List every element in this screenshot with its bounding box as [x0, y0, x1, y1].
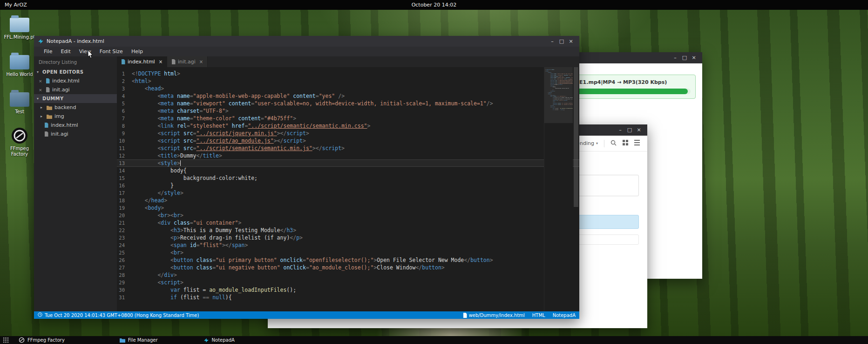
statusbar-item[interactable]: HTML	[532, 313, 545, 318]
window-controls: – □ ×	[671, 53, 698, 63]
file-icon	[171, 59, 176, 64]
folder-icon	[47, 105, 52, 110]
menu-view[interactable]: View	[75, 47, 95, 56]
statusbar-item[interactable]: web/Dummy/index.html	[463, 313, 525, 318]
tab-init-agi[interactable]: init.agi×	[167, 56, 208, 67]
folder-icon	[47, 114, 52, 119]
code-line: 23 <p>Received drag-in filelist (if any)…	[117, 234, 579, 241]
chevron-down-icon: ▾	[596, 141, 598, 145]
desktop-icon-ffmpeg-factory[interactable]: FFmpeg Factory	[3, 127, 36, 157]
tree-item-index-html[interactable]: index.html	[34, 121, 117, 130]
list-view-button[interactable]	[634, 140, 640, 147]
code-line: 17 </style>	[117, 189, 579, 197]
line-number: 17	[117, 189, 132, 197]
statusbar-right: web/Dummy/index.htmlHTMLNotepadA	[463, 313, 576, 318]
maximize-button[interactable]: □	[557, 36, 566, 47]
line-content: <html>	[132, 77, 151, 85]
code-line: 29 <script>	[117, 279, 579, 286]
folder-icon	[10, 92, 29, 107]
file-icon	[121, 59, 125, 64]
taskbar-item-label: FFmpeg Factory	[27, 337, 65, 343]
line-content: <script src="../script/ao_module.js"></s…	[132, 137, 306, 144]
ffmpeg-icon	[19, 337, 25, 343]
clock-icon	[38, 312, 42, 318]
file-name: img	[54, 113, 64, 119]
line-number: 9	[117, 130, 132, 137]
close-tab-icon[interactable]: ×	[159, 59, 163, 64]
close-button[interactable]: ×	[689, 53, 698, 63]
open-editor-init-agi[interactable]: ×init.agi	[34, 85, 117, 94]
maximize-button[interactable]: □	[680, 53, 689, 63]
menu-font-size[interactable]: Font Size	[95, 47, 127, 56]
code-line: 19 <body>	[117, 204, 579, 212]
folder-icon	[10, 55, 29, 69]
line-content: </style>	[132, 189, 183, 197]
line-number: 20	[117, 212, 132, 219]
dummy-folder-section[interactable]: ▾ DUMMY	[34, 94, 117, 103]
code-line: 7 <meta name="theme-color" content="#4b7…	[117, 115, 579, 122]
line-number: 6	[117, 107, 132, 115]
line-number: 12	[117, 152, 132, 159]
line-number: 26	[117, 256, 132, 264]
line-content: }	[132, 182, 174, 189]
code-line: 6 <meta charset="UTF-8">	[117, 107, 579, 115]
desktop-icon-label: FFL.Mining.pt	[3, 34, 36, 40]
scrollbar-thumb[interactable]	[574, 67, 578, 207]
code-line: 9 <script src="../script/jquery.min.js">…	[117, 130, 579, 137]
file-name: init.agi	[51, 131, 68, 137]
search-button[interactable]	[610, 140, 617, 147]
open-editor-index-html[interactable]: ×index.html	[34, 76, 117, 85]
taskbar-item-file-manager[interactable]: File Manager	[120, 337, 158, 343]
line-content: background-color:white;	[132, 174, 258, 182]
taskbar-item-ffmpeg-factory[interactable]: FFmpeg Factory	[19, 337, 65, 343]
line-content: <body>	[132, 204, 164, 212]
menu-help[interactable]: Help	[127, 47, 147, 56]
line-number: 4	[117, 92, 132, 100]
minimap-slider[interactable]	[544, 67, 573, 123]
window-controls: – □ ×	[548, 36, 576, 47]
statusbar-item[interactable]: NotepadA	[553, 313, 576, 318]
dummy-folder-label: DUMMY	[42, 96, 64, 101]
close-tab-icon[interactable]: ×	[199, 59, 203, 64]
close-button[interactable]: ×	[566, 36, 576, 47]
close-button[interactable]: ×	[634, 125, 644, 135]
line-content: <span id="flist"></span>	[132, 241, 248, 249]
line-content: </div>	[132, 271, 177, 279]
minimize-button[interactable]: –	[671, 53, 680, 63]
vertical-scrollbar[interactable]	[573, 67, 579, 311]
code-editor[interactable]: 1<!DOCTYPE html>2<html>3 <head>4 <meta n…	[117, 67, 579, 311]
grid-view-button[interactable]	[623, 140, 628, 147]
taskbar-item-notepada[interactable]: NotepadA	[203, 337, 235, 343]
notepada-logo-icon	[38, 38, 44, 44]
toolbar-divider	[604, 140, 604, 147]
line-content: <meta name="theme-color" content="#4b75f…	[132, 115, 296, 122]
desktop-icon-ffl-mining-pt[interactable]: FFL.Mining.pt	[3, 15, 36, 40]
aroz-menu-button[interactable]: My ArOZ	[5, 2, 27, 8]
minimize-button[interactable]: –	[616, 125, 625, 135]
notepada-titlebar[interactable]: NotepadA - index.html – □ ×	[34, 36, 579, 47]
close-editor-icon[interactable]: ×	[39, 79, 43, 83]
desktop-icon-hello-world[interactable]: Hello World	[3, 52, 36, 77]
line-number: 30	[117, 286, 132, 294]
open-editors-section[interactable]: ▾ OPEN EDITORS	[34, 68, 117, 76]
file-name: index.html	[52, 78, 80, 84]
chevron-down-icon: ▾	[37, 96, 42, 101]
minimap[interactable]: <!DOCTYPE html><html> <head> <meta name=…	[544, 67, 573, 311]
desktop-icon-test[interactable]: Test	[3, 89, 36, 115]
menu-edit[interactable]: Edit	[56, 47, 75, 56]
taskbar-item-label: NotepadA	[212, 337, 235, 343]
code-line: 26 <button class="ui primary button" onc…	[117, 256, 579, 264]
line-content: <!DOCTYPE html>	[132, 70, 180, 77]
maximize-button[interactable]: □	[625, 125, 634, 135]
minimize-button[interactable]: –	[548, 36, 557, 47]
menu-file[interactable]: File	[40, 47, 56, 56]
start-menu-button[interactable]	[0, 337, 11, 343]
tree-item-init-agi[interactable]: init.agi	[34, 130, 117, 138]
tree-item-img[interactable]: ▸img	[34, 112, 117, 121]
tab-index-html[interactable]: index.html×	[117, 56, 167, 67]
status-datetime: Tue Oct 20 2020 14:01:43 GMT+0800 (Hong …	[45, 313, 199, 318]
tree-item-backend[interactable]: ▸backend	[34, 103, 117, 112]
close-editor-icon[interactable]: ×	[39, 88, 43, 92]
line-number: 22	[117, 227, 132, 234]
code-line: 31 if (flist == null){	[117, 294, 579, 301]
